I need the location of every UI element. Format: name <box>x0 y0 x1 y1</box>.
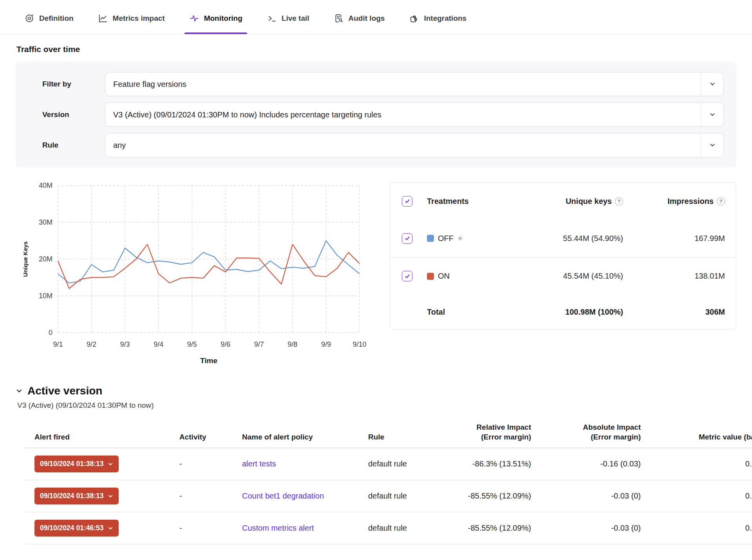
help-icon[interactable]: ? <box>717 197 725 205</box>
active-version-toggle[interactable]: Active version <box>16 385 736 397</box>
alert-policy-link[interactable]: Custom metrics alert <box>242 524 314 532</box>
tab-audit-logs[interactable]: Audit logs <box>327 2 391 34</box>
alert-absolute-impact: -0.03 (0) <box>533 492 643 501</box>
chevron-down-icon <box>701 103 723 126</box>
alert-row: 09/10/2024 01:46:53 - Custom metrics ale… <box>25 512 752 544</box>
alert-metric-value: 0.03 ( <box>643 492 752 501</box>
filter-row: Filter by Feature flag versions <box>28 72 724 96</box>
audit-logs-icon <box>334 13 344 23</box>
alert-policy-link[interactable]: Count bet1 degradation <box>242 492 324 500</box>
svg-text:9/4: 9/4 <box>154 340 163 348</box>
filter-label: Version <box>28 110 105 119</box>
integrations-icon <box>409 13 419 23</box>
filter-select-version[interactable]: V3 (Active) (09/01/2024 01:30PM to now) … <box>105 103 724 127</box>
tab-monitoring[interactable]: Monitoring <box>183 2 249 34</box>
treatment-unique-keys: 45.54M (45.10%) <box>498 272 623 281</box>
main-content: Traffic over time Filter by Feature flag… <box>0 45 752 544</box>
alerts-column-header: Name of alert policy <box>233 432 359 442</box>
filter-select-value: Feature flag versions <box>113 80 701 89</box>
treatment-name: OFF <box>438 234 454 243</box>
chevron-down-icon <box>701 72 723 96</box>
alerts-column-header: Relative Impact (Error margin) <box>443 422 533 442</box>
check-icon <box>404 198 410 204</box>
filter-select-value: V3 (Active) (09/01/2024 01:30PM to now) … <box>113 110 701 119</box>
tab-definition[interactable]: Definition <box>18 2 80 34</box>
treatment-checkbox[interactable] <box>402 271 412 281</box>
svg-text:9/10: 9/10 <box>352 340 366 348</box>
alert-absolute-impact: -0.03 (0) <box>533 524 643 533</box>
tab-integrations[interactable]: Integrations <box>403 2 473 34</box>
filter-label: Rule <box>28 141 105 149</box>
svg-text:9/1: 9/1 <box>53 340 63 348</box>
svg-text:9/6: 9/6 <box>221 340 230 348</box>
treatment-checkbox[interactable] <box>402 233 412 244</box>
treatment-row-off: OFF ✳ 55.44M (54.90%) 167.99M <box>390 220 736 257</box>
traffic-chart: 010M20M30M40M9/19/29/39/49/59/69/79/89/9… <box>20 181 373 367</box>
treatment-unique-keys: 55.44M (54.90%) <box>498 234 623 243</box>
treatments-total-row: Total 100.98M (100%) 306M <box>390 295 736 329</box>
alert-relative-impact: -85.55% (12.09%) <box>443 492 533 501</box>
svg-text:9/2: 9/2 <box>87 340 96 348</box>
svg-text:20M: 20M <box>39 255 52 263</box>
chevron-down-icon <box>108 461 113 467</box>
alerts-column-header: Metric value (basel <box>643 432 752 442</box>
treatment-row-on: ON ✳ 45.54M (45.10%) 138.01M <box>390 257 736 295</box>
alert-fired-badge[interactable]: 09/10/2024 01:38:13 <box>34 456 119 472</box>
unique-keys-column-header: Unique keys ? <box>498 197 623 206</box>
monitoring-icon <box>189 13 199 23</box>
alert-metric-value: 0.03 ( <box>643 524 752 533</box>
impressions-column-header: Impressions ? <box>623 197 725 206</box>
chevron-down-icon <box>108 526 113 531</box>
alert-policy-link[interactable]: alert tests <box>242 459 276 468</box>
treatment-name: ON <box>438 272 450 281</box>
alerts-column-header: Rule <box>359 432 443 442</box>
alerts-column-header: Absolute Impact (Error margin) <box>533 422 643 442</box>
alert-row: 09/10/2024 01:38:13 - alert tests defaul… <box>25 448 752 480</box>
chevron-down-icon <box>16 387 23 394</box>
frozen-icon: ✳ <box>457 235 463 242</box>
tab-live-tail[interactable]: Live tail <box>260 2 316 34</box>
svg-text:9/8: 9/8 <box>287 340 297 348</box>
check-icon <box>404 235 410 241</box>
filter-panel: Filter by Feature flag versions Version … <box>16 62 736 167</box>
alerts-table-header: Alert firedActivityName of alert policyR… <box>25 420 752 448</box>
alert-activity: - <box>170 459 233 468</box>
alert-metric-value: 0.19 ( <box>643 459 752 468</box>
alert-relative-impact: -85.55% (12.09%) <box>443 524 533 533</box>
alerts-table: Alert firedActivityName of alert policyR… <box>25 420 752 544</box>
filter-label: Filter by <box>28 80 105 88</box>
treatments-column-header: Treatments <box>427 197 498 206</box>
treatment-impressions: 167.99M <box>623 234 725 243</box>
active-version-section: Active version V3 (Active) (09/10/2024 0… <box>16 385 736 544</box>
alert-row: 09/10/2024 01:38:13 - Count bet1 degrada… <box>25 480 752 512</box>
total-impressions: 306M <box>623 308 725 317</box>
alert-fired-badge[interactable]: 09/10/2024 01:38:13 <box>34 488 119 504</box>
alert-relative-impact: -86.3% (13.51%) <box>443 459 533 468</box>
treatments-header: Treatments Unique keys ? Impressions ? <box>390 183 736 220</box>
chevron-down-icon <box>701 133 723 157</box>
total-unique-keys: 100.98M (100%) <box>498 308 623 317</box>
svg-text:9/9: 9/9 <box>321 340 331 348</box>
alerts-column-header: Alert fired <box>25 432 170 442</box>
svg-text:0: 0 <box>49 329 52 337</box>
treatments-card: Treatments Unique keys ? Impressions ? O… <box>390 182 736 330</box>
tab-bar: Definition Metrics impact Monitoring Liv… <box>0 0 752 34</box>
tab-metrics-impact[interactable]: Metrics impact <box>92 2 171 34</box>
svg-text:9/7: 9/7 <box>254 340 264 348</box>
treatments-select-all-checkbox[interactable] <box>402 196 412 207</box>
check-icon <box>404 273 410 279</box>
traffic-section: 010M20M30M40M9/19/29/39/49/59/69/79/89/9… <box>16 181 736 367</box>
active-version-title: Active version <box>27 385 102 397</box>
filter-select-rule[interactable]: any <box>105 133 724 157</box>
alerts-column-header: Activity <box>170 432 233 442</box>
help-icon[interactable]: ? <box>615 197 623 205</box>
filter-select-filter-by[interactable]: Feature flag versions <box>105 72 724 96</box>
alert-activity: - <box>170 524 233 533</box>
alert-activity: - <box>170 492 233 501</box>
traffic-line-chart: 010M20M30M40M9/19/29/39/49/59/69/79/89/9… <box>20 181 373 367</box>
alert-fired-badge[interactable]: 09/10/2024 01:46:53 <box>34 520 119 537</box>
feature-flag-monitoring-page: Definition Metrics impact Monitoring Liv… <box>0 0 752 544</box>
total-label: Total <box>427 308 498 317</box>
svg-text:Unique Keys: Unique Keys <box>22 241 29 277</box>
alert-rule: default rule <box>359 524 443 533</box>
